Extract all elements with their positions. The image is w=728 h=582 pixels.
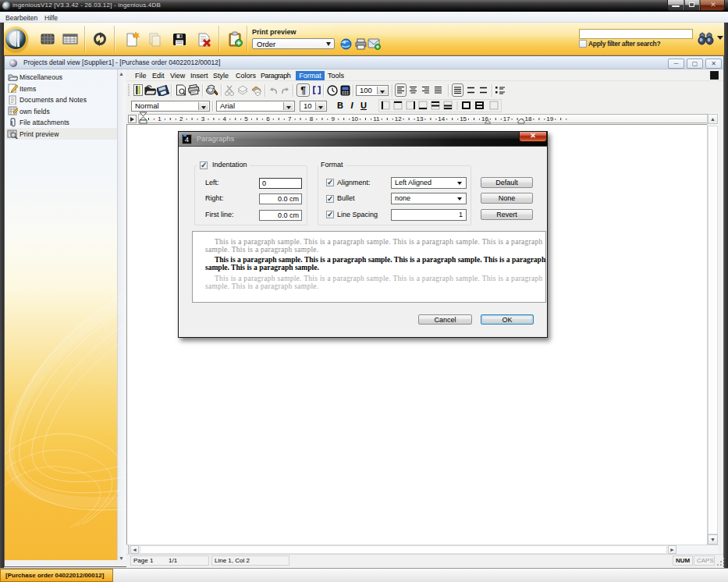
svg-text:3: 3 [201, 115, 205, 122]
svg-text:6: 6 [266, 115, 270, 122]
svg-text:10: 10 [351, 115, 358, 122]
svg-text:5: 5 [244, 115, 248, 122]
svg-text:4: 4 [223, 115, 227, 122]
svg-text:18: 18 [525, 115, 532, 122]
svg-text:15: 15 [460, 115, 467, 122]
svg-text:14: 14 [438, 115, 445, 122]
svg-text:19: 19 [546, 115, 553, 122]
svg-text:11: 11 [373, 115, 380, 122]
svg-text:17: 17 [503, 115, 510, 122]
svg-text:2: 2 [179, 115, 183, 122]
svg-text:13: 13 [417, 115, 424, 122]
svg-text:1: 1 [158, 115, 162, 122]
svg-text:7: 7 [288, 115, 292, 122]
svg-text:8: 8 [310, 115, 314, 122]
svg-text:9: 9 [332, 115, 336, 122]
svg-text:12: 12 [395, 115, 402, 122]
